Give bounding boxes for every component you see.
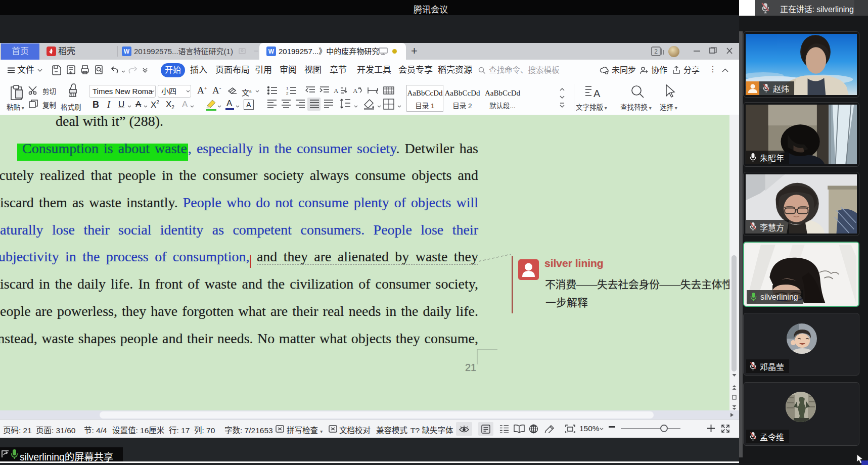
svg-text:W: W (124, 48, 130, 55)
svg-text:A: A (353, 87, 358, 95)
svg-text:A: A (593, 88, 601, 99)
svg-text:2: 2 (654, 48, 658, 55)
svg-text:2: 2 (286, 91, 289, 95)
svg-text:1: 1 (286, 86, 289, 90)
svg-text:A: A (334, 87, 339, 95)
svg-text:W: W (268, 48, 275, 55)
